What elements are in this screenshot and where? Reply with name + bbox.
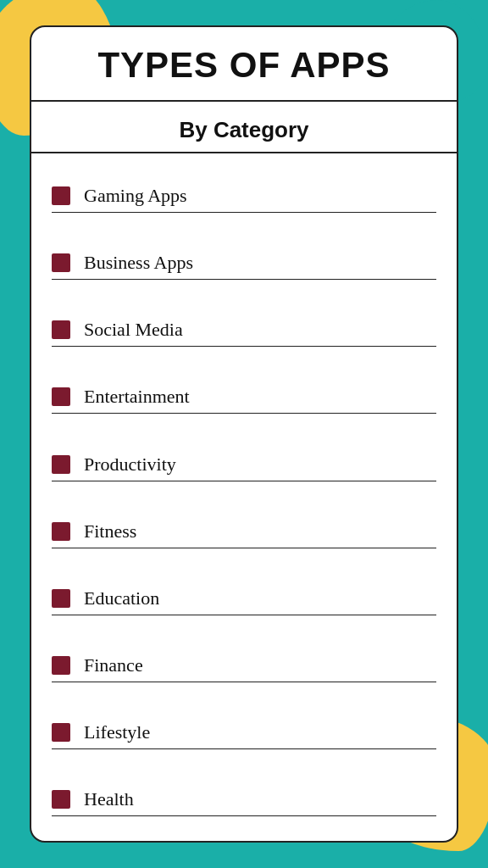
category-label: Fitness: [84, 520, 136, 542]
bullet-icon: [52, 522, 70, 541]
bullet-icon: [52, 455, 70, 474]
bullet-icon: [52, 253, 70, 272]
bullet-icon: [52, 186, 70, 205]
list-item: Fitness: [52, 514, 436, 548]
category-label: Education: [84, 587, 159, 609]
list-item: Productivity: [52, 447, 436, 481]
bullet-icon: [52, 589, 70, 608]
bullet-icon: [52, 387, 70, 406]
bullet-icon: [52, 656, 70, 675]
page-title: TYPES OF APPS: [52, 46, 436, 85]
list-item: Finance: [52, 648, 436, 682]
list-item: Health: [52, 782, 436, 816]
list-item: Social Media: [52, 312, 436, 347]
category-label: Health: [84, 788, 134, 810]
category-label: Lifestyle: [84, 721, 150, 743]
category-label: Productivity: [84, 453, 176, 476]
list-item: Gaming Apps: [52, 178, 436, 213]
category-label: Finance: [84, 654, 143, 676]
list-item: Lifestyle: [52, 715, 436, 749]
category-label: Entertainment: [84, 386, 190, 408]
bullet-icon: [52, 320, 70, 339]
main-card: TYPES OF APPS By Category Gaming AppsBus…: [30, 25, 458, 843]
category-label: Business Apps: [84, 252, 193, 274]
list-item: Entertainment: [52, 379, 436, 414]
category-list: Gaming AppsBusiness AppsSocial MediaEnte…: [31, 153, 457, 841]
title-section: TYPES OF APPS: [31, 27, 457, 102]
subtitle-section: By Category: [31, 102, 457, 153]
category-label: Gaming Apps: [84, 185, 187, 207]
bullet-icon: [52, 790, 70, 809]
list-item: Business Apps: [52, 245, 436, 280]
bullet-icon: [52, 723, 70, 742]
subtitle: By Category: [52, 117, 436, 143]
category-label: Social Media: [84, 319, 183, 341]
list-item: Education: [52, 581, 436, 615]
